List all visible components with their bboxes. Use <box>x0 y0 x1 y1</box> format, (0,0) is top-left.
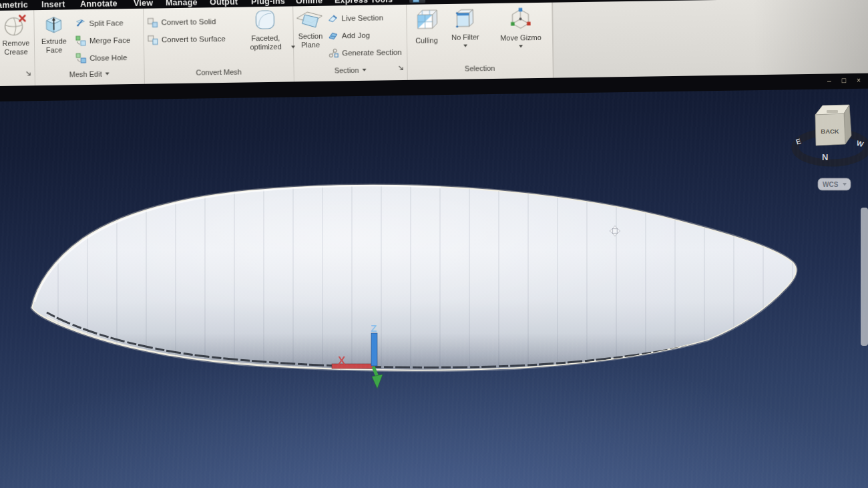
add-jog-button[interactable]: Add Jog <box>328 28 371 43</box>
chevron-down-icon <box>463 45 467 47</box>
panel-launcher-icon[interactable] <box>26 71 32 77</box>
mesh-object[interactable] <box>32 186 796 371</box>
restore-button[interactable]: □ <box>840 76 848 84</box>
cube-glyph <box>412 0 419 2</box>
close-hole-icon <box>75 53 86 63</box>
compass-west-label[interactable]: W <box>856 139 865 149</box>
chevron-down-icon <box>519 45 523 47</box>
ucs-x-label: X <box>338 354 346 367</box>
ucs-y-arrowhead <box>372 375 383 389</box>
live-section-button[interactable]: Live Section <box>327 10 383 25</box>
menu-item-annotate[interactable]: Annotate <box>80 0 118 9</box>
close-hole-button[interactable]: Close Hole <box>75 50 128 65</box>
selection-panel-title: Selection <box>407 61 552 75</box>
remove-crease-button[interactable]: Remove Crease <box>0 13 33 57</box>
move-gizmo-button[interactable]: Move Gizmo <box>491 7 550 48</box>
minimize-button[interactable]: – <box>825 76 833 84</box>
remove-crease-label: Remove Crease <box>0 39 33 57</box>
extrude-face-label: Extrude Face <box>35 37 73 55</box>
merge-face-label: Merge Face <box>89 36 131 45</box>
viewcube-top-label-smudge <box>827 110 838 113</box>
merge-face-button[interactable]: Merge Face <box>75 33 131 48</box>
mesh-facet-bands <box>32 186 796 371</box>
no-filter-label: No Filter <box>451 33 479 42</box>
menu-item-insert[interactable]: Insert <box>41 0 65 10</box>
faceted-optimized-label-wrap: Faceted, optimized <box>242 34 289 52</box>
navigation-bar[interactable] <box>861 208 868 346</box>
convert-to-surface-button[interactable]: Convert to Surface <box>148 31 226 47</box>
menu-item-view[interactable]: View <box>134 0 153 9</box>
section-plane-button[interactable]: Section Plane <box>294 9 327 50</box>
convert-to-solid-button[interactable]: Convert to Solid <box>147 14 216 30</box>
viewcube-front-label[interactable]: BACK <box>821 128 839 135</box>
ucs-z-label: Z <box>371 322 377 334</box>
split-face-icon <box>75 18 85 29</box>
merge-face-icon <box>75 35 86 46</box>
titlebar-cube-icon[interactable] <box>409 0 425 3</box>
extrude-face-icon <box>43 13 64 35</box>
screen: X Z E N W BACK <box>0 0 868 488</box>
convert-to-surface-icon <box>148 34 158 45</box>
generate-section-icon <box>328 47 339 58</box>
move-gizmo-label: Move Gizmo <box>500 33 541 43</box>
ribbon-panel-mesh-edit: Extrude Face Split Face <box>33 9 145 87</box>
ribbon-panel-mesh: Remove Crease <box>0 10 35 87</box>
generate-section-button[interactable]: Generate Section <box>328 45 402 61</box>
panel-launcher-icon[interactable] <box>399 65 405 71</box>
culling-button[interactable]: Culling <box>409 8 444 45</box>
faceted-optimized-label: Faceted, optimized <box>250 34 281 51</box>
app-chrome: ametric Insert Annotate View Manage Outp… <box>0 0 868 101</box>
chevron-down-icon <box>362 69 366 71</box>
no-filter-button[interactable]: No Filter <box>446 7 484 47</box>
generate-section-label: Generate Section <box>342 48 402 57</box>
ribbon-panel-selection: Culling No Filter <box>406 3 554 81</box>
live-section-icon <box>327 13 338 23</box>
wcs-label: WCS <box>823 181 839 188</box>
menu-item-parametric[interactable]: ametric <box>0 0 28 11</box>
convert-to-surface-label: Convert to Surface <box>162 35 226 43</box>
convert-to-solid-icon <box>147 17 158 27</box>
convert-mesh-panel-label: Convert Mesh <box>196 68 242 77</box>
split-face-button[interactable]: Split Face <box>75 15 123 31</box>
section-panel-label: Section <box>335 66 359 75</box>
ribbon: Remove Crease Extrude Face <box>0 0 868 87</box>
move-gizmo-icon <box>508 7 533 31</box>
no-filter-icon <box>454 7 476 30</box>
remove-crease-icon <box>3 13 29 37</box>
section-plane-icon <box>295 9 324 31</box>
add-jog-label: Add Jog <box>342 31 370 40</box>
add-jog-icon <box>328 30 339 41</box>
ribbon-panel-section: Section Plane Live Section Add Jog <box>292 5 408 83</box>
mesh-edit-panel-title[interactable]: Mesh Edit <box>35 67 144 81</box>
window-controls: – □ × <box>825 76 863 85</box>
culling-label: Culling <box>415 36 438 45</box>
chevron-down-icon <box>105 73 110 75</box>
faceted-optimized-icon <box>253 8 278 33</box>
wcs-button[interactable]: WCS <box>818 178 851 190</box>
close-button[interactable]: × <box>855 76 863 84</box>
faceted-optimized-button[interactable]: Faceted, optimized <box>242 8 289 52</box>
compass-north-label[interactable]: N <box>822 152 828 162</box>
split-face-label: Split Face <box>89 19 123 27</box>
convert-mesh-panel-title: Convert Mesh <box>144 65 294 79</box>
extrude-face-button[interactable]: Extrude Face <box>35 12 73 55</box>
ribbon-panel-convert-mesh: Convert to Solid Convert to Surface <box>143 6 294 85</box>
menu-item-manage[interactable]: Manage <box>166 0 198 8</box>
convert-to-solid-label: Convert to Solid <box>161 17 216 26</box>
viewcube[interactable]: E N W BACK <box>795 105 867 163</box>
selection-panel-label: Selection <box>465 64 495 73</box>
section-plane-label: Section Plane <box>294 32 327 50</box>
close-hole-label: Close Hole <box>89 53 127 62</box>
ribbon-empty-area <box>552 0 868 79</box>
live-section-label: Live Section <box>341 13 383 22</box>
menu-item-output[interactable]: Output <box>210 0 238 7</box>
culling-icon <box>414 8 439 33</box>
section-panel-title[interactable]: Section <box>293 63 407 77</box>
mesh-edit-panel-label: Mesh Edit <box>69 70 102 79</box>
